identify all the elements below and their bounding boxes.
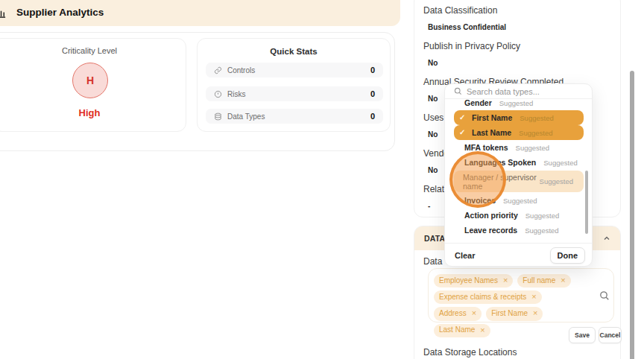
stat-value: 0 bbox=[370, 89, 375, 98]
dropdown-item[interactable]: GenderSuggested bbox=[445, 98, 592, 110]
check-icon: ✓ bbox=[459, 113, 465, 121]
dropdown-search-row bbox=[445, 84, 592, 98]
dropdown-item[interactable]: Leave recordsSuggested bbox=[445, 223, 592, 238]
data-type-tag: Expense claims & receipts× bbox=[434, 290, 542, 304]
dropdown-scrollbar[interactable] bbox=[585, 171, 588, 234]
alert-circle-icon bbox=[214, 90, 222, 98]
data-storage-locations-label: Data Storage Locations bbox=[423, 347, 517, 358]
suggested-badge: Suggested bbox=[543, 159, 577, 167]
stat-label: Data Types bbox=[227, 112, 265, 121]
page-title: Supplier Analytics bbox=[16, 7, 104, 18]
dropdown-item[interactable]: Manager / supervisor nameSuggested bbox=[454, 171, 584, 192]
done-button[interactable]: Done bbox=[550, 247, 586, 264]
quick-stats-title: Quick Stats bbox=[198, 47, 390, 56]
page-scrollbar[interactable] bbox=[630, 71, 634, 359]
data-type-tag: Address× bbox=[434, 307, 482, 320]
field-label: Data Classification bbox=[423, 5, 611, 16]
search-icon bbox=[599, 290, 610, 301]
tag-label: First Name bbox=[491, 309, 528, 318]
dropdown-item-label: MFA tokens bbox=[464, 143, 508, 152]
dropdown-item-label: Gender bbox=[464, 98, 492, 107]
dropdown-item-label: Manager / supervisor name bbox=[463, 173, 540, 191]
tag-label: Full name bbox=[523, 276, 555, 285]
criticality-card: Criticality Level H High bbox=[0, 38, 186, 132]
dropdown-item[interactable]: Languages SpokenSuggested bbox=[445, 155, 592, 170]
suggested-badge: Suggested bbox=[516, 144, 549, 152]
clear-button[interactable]: Clear bbox=[455, 251, 476, 260]
link-icon bbox=[214, 66, 222, 74]
remove-tag-icon[interactable]: × bbox=[480, 325, 484, 335]
quick-stats-card: Quick Stats Controls0Risks0Data Types0 bbox=[197, 38, 391, 132]
tag-label: Last Name bbox=[439, 325, 475, 334]
data-types-tag-input[interactable]: Employee Names×Full name×Expense claims … bbox=[428, 268, 614, 323]
tag-label: Address bbox=[439, 309, 467, 318]
stat-value: 0 bbox=[370, 112, 375, 121]
suggested-badge: Suggested bbox=[525, 226, 558, 235]
dropdown-item[interactable]: MFA tokensSuggested bbox=[445, 140, 592, 155]
search-icon bbox=[454, 87, 462, 95]
data-types-dropdown: GenderSuggested✓First NameSuggested✓Last… bbox=[444, 83, 593, 267]
suggested-badge: Suggested bbox=[520, 114, 553, 122]
dropdown-footer: Clear Done bbox=[445, 243, 592, 267]
search-input[interactable] bbox=[467, 87, 586, 96]
dropdown-item-label: Action priority bbox=[464, 211, 518, 220]
criticality-level-label: High bbox=[0, 107, 186, 118]
dropdown-item-label: Leave records bbox=[464, 226, 517, 235]
criticality-badge: H bbox=[72, 63, 108, 98]
remove-tag-icon[interactable]: × bbox=[472, 308, 476, 318]
cancel-button[interactable]: Cancel bbox=[599, 327, 622, 343]
suggested-badge: Suggested bbox=[499, 99, 533, 107]
suggested-badge: Suggested bbox=[525, 212, 559, 220]
stat-label: Controls bbox=[227, 66, 255, 74]
stat-value: 0 bbox=[370, 66, 375, 74]
suggested-badge: Suggested bbox=[540, 177, 573, 185]
remove-tag-icon[interactable]: × bbox=[503, 276, 508, 285]
remove-tag-icon[interactable]: × bbox=[531, 292, 536, 302]
dropdown-item-label: Languages Spoken bbox=[464, 158, 536, 167]
suggested-badge: Suggested bbox=[503, 197, 537, 205]
stat-row: Risks0 bbox=[206, 86, 383, 101]
criticality-title: Criticality Level bbox=[0, 46, 186, 55]
chevron-up-icon[interactable] bbox=[603, 235, 610, 242]
data-type-tag: Full name× bbox=[517, 274, 570, 287]
save-button[interactable]: Save bbox=[569, 327, 596, 343]
bar-chart-icon bbox=[0, 7, 7, 19]
check-icon: ✓ bbox=[459, 128, 465, 136]
dropdown-item-label: First Name bbox=[472, 113, 512, 122]
stat-row: Controls0 bbox=[206, 63, 383, 77]
tag-label: Employee Names bbox=[439, 276, 498, 285]
data-type-tag: Employee Names× bbox=[434, 274, 513, 287]
dropdown-item[interactable]: InvoicesSuggested bbox=[445, 193, 592, 208]
stat-row: Data Types0 bbox=[206, 109, 383, 124]
dropdown-item[interactable]: ✓First NameSuggested bbox=[454, 110, 584, 125]
dropdown-item[interactable]: ✓Last NameSuggested bbox=[454, 125, 584, 140]
page-header: Supplier Analytics bbox=[0, 0, 400, 26]
suggested-badge: Suggested bbox=[519, 129, 552, 137]
supplier-analytics-page: Supplier Analytics Criticality Level H H… bbox=[0, 0, 644, 359]
field-label: Publish in Privacy Policy bbox=[423, 41, 611, 51]
database-icon bbox=[214, 112, 222, 121]
dropdown-list: GenderSuggested✓First NameSuggested✓Last… bbox=[445, 98, 592, 243]
remove-tag-icon[interactable]: × bbox=[533, 308, 537, 318]
dropdown-item-label: Invoices bbox=[464, 196, 496, 205]
stat-label: Risks bbox=[227, 90, 245, 98]
tag-label: Expense claims & receipts bbox=[439, 293, 526, 302]
data-type-tag: Last Name× bbox=[434, 324, 490, 337]
data-type-tag: First Name× bbox=[486, 307, 543, 320]
dropdown-item[interactable]: Action prioritySuggested bbox=[445, 208, 592, 223]
remove-tag-icon[interactable]: × bbox=[561, 276, 565, 285]
field-value: No bbox=[423, 59, 611, 67]
field-value: Business Confidential bbox=[423, 23, 611, 31]
dropdown-item-label: Last Name bbox=[472, 128, 511, 137]
